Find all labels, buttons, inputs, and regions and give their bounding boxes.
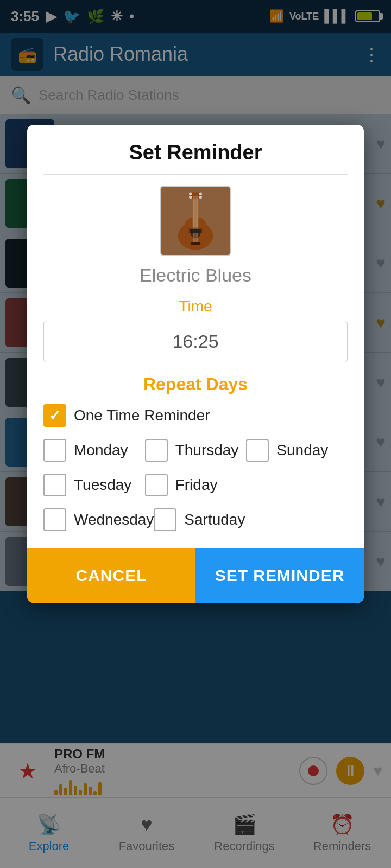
svg-rect-11 <box>191 242 200 245</box>
set-reminder-button[interactable]: SET REMINDER <box>195 548 364 603</box>
empty-cell2 <box>251 508 348 531</box>
sartuday-label: Sartuday <box>184 511 245 528</box>
friday-checkbox[interactable] <box>145 474 168 496</box>
modal-buttons: CANCEL SET REMINDER <box>27 548 364 603</box>
time-label: Time <box>43 298 348 315</box>
thursday-checkbox-item[interactable]: Thursday <box>145 439 247 462</box>
station-name: Electric Blues <box>43 265 348 286</box>
wednesday-checkbox-item[interactable]: Wednesday <box>43 508 154 531</box>
tuesday-checkbox[interactable] <box>43 474 66 496</box>
cancel-button[interactable]: CANCEL <box>27 548 195 603</box>
modal-title: Set Reminder <box>43 141 348 164</box>
friday-checkbox-item[interactable]: Friday <box>145 474 247 496</box>
thursday-checkbox[interactable] <box>145 439 168 462</box>
empty-cell <box>246 474 348 496</box>
monday-label: Monday <box>74 442 128 459</box>
repeat-days-label: Repeat Days <box>43 374 348 394</box>
sartuday-checkbox-item[interactable]: Sartuday <box>154 508 250 531</box>
wednesday-checkbox[interactable] <box>43 508 66 531</box>
station-image <box>160 186 231 256</box>
sunday-checkbox-item[interactable]: Sunday <box>246 439 348 462</box>
sunday-label: Sunday <box>276 442 328 459</box>
one-time-checkbox-item[interactable]: ✓ One Time Reminder <box>43 404 210 427</box>
one-time-label: One Time Reminder <box>74 407 210 424</box>
days-row-1: Monday Thursday Sunday <box>43 439 348 462</box>
svg-point-7 <box>199 192 202 195</box>
one-time-checkbox[interactable]: ✓ <box>43 404 66 427</box>
svg-point-6 <box>189 196 192 199</box>
set-reminder-modal: Set Reminder <box>27 125 364 603</box>
modal-divider <box>43 174 348 175</box>
wednesday-label: Wednesday <box>74 511 154 528</box>
tuesday-label: Tuesday <box>74 476 131 494</box>
svg-point-5 <box>189 192 192 195</box>
svg-point-8 <box>199 196 202 199</box>
monday-checkbox[interactable] <box>43 439 66 462</box>
days-section: ✓ One Time Reminder Monday Thursday Sund <box>43 404 348 548</box>
friday-label: Friday <box>175 476 218 494</box>
monday-checkbox-item[interactable]: Monday <box>43 439 145 462</box>
modal-body: Set Reminder <box>27 125 364 548</box>
svg-rect-17 <box>190 229 201 233</box>
thursday-label: Thursday <box>175 442 239 459</box>
sartuday-checkbox[interactable] <box>154 508 176 531</box>
time-input[interactable]: 16:25 <box>43 321 348 362</box>
sunday-checkbox[interactable] <box>246 439 269 462</box>
days-row-3: Wednesday Sartuday <box>43 508 348 531</box>
days-row-2: Tuesday Friday <box>43 474 348 496</box>
one-time-reminder-row: ✓ One Time Reminder <box>43 404 348 427</box>
tuesday-checkbox-item[interactable]: Tuesday <box>43 474 145 496</box>
